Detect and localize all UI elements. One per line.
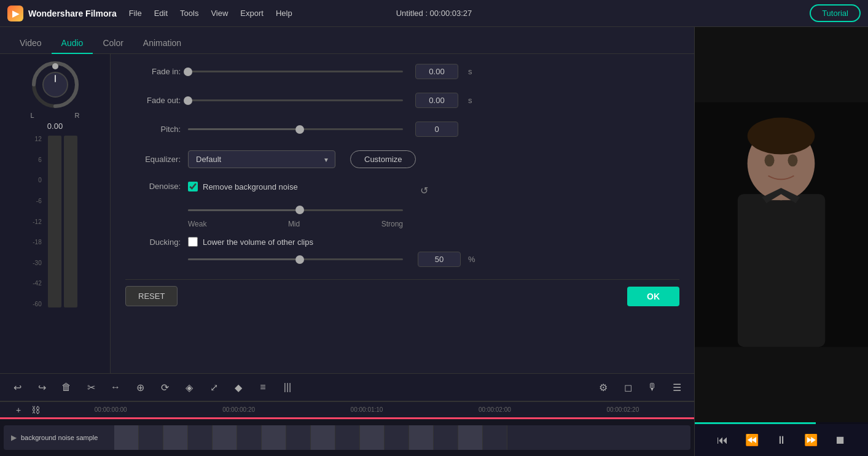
link-button[interactable]: ⛓ xyxy=(28,403,43,417)
audio-button[interactable]: ||| xyxy=(278,377,297,397)
fade-in-unit: s xyxy=(468,67,472,76)
menu-view[interactable]: View xyxy=(211,6,228,20)
playback-controls: ⏮ ⏪ ⏸ ⏩ ⏹ xyxy=(695,424,868,456)
mic-icon[interactable]: 🎙 xyxy=(643,377,662,397)
diamond-button[interactable]: ◆ xyxy=(229,377,248,397)
tutorial-button[interactable]: Tutorial xyxy=(810,4,861,22)
thumb-1 xyxy=(114,425,139,450)
pitch-value[interactable] xyxy=(415,122,458,137)
ducking-value[interactable] xyxy=(418,252,461,267)
menu-file[interactable]: File xyxy=(129,6,142,20)
ducking-checkbox[interactable] xyxy=(188,237,198,247)
timeline-ruler: + ⛓ 00:00:00:00 00:00:00:20 00:00:01:10 … xyxy=(0,401,694,417)
tab-video[interactable]: Video xyxy=(10,33,52,54)
add-track-button[interactable]: + xyxy=(11,403,26,417)
timestamp-1: 00:00:00:20 xyxy=(174,406,302,413)
video-frame xyxy=(695,27,868,422)
thumb-12 xyxy=(385,425,409,450)
step-back-button[interactable]: ⏪ xyxy=(742,430,762,450)
toolbar: ↩ ↪ 🗑 ✂ ↔ ⊕ ⟳ ◈ ⤢ ◆ ≡ ||| ⚙ ◻ 🎙 ☰ xyxy=(0,373,694,401)
fade-out-value[interactable] xyxy=(415,93,458,108)
shield-icon[interactable]: ◻ xyxy=(618,377,638,397)
thumb-14 xyxy=(434,425,458,450)
denoise-strong: Strong xyxy=(381,220,403,228)
equalizer-select-wrapper[interactable]: Default xyxy=(188,150,335,168)
redo-button[interactable]: ↪ xyxy=(32,377,52,397)
timestamp-3: 00:00:02:00 xyxy=(431,406,558,413)
volume-knob[interactable] xyxy=(31,60,80,109)
reset-button[interactable]: RESET xyxy=(125,286,178,306)
panel-body: L R 0.00 12 6 0 -6 -12 -18 -30 -42 xyxy=(0,54,694,373)
thumb-9 xyxy=(311,425,335,450)
play-indicator: ▶ xyxy=(9,425,18,450)
audio-settings-panel: Fade in: s Fade out: xyxy=(111,54,694,373)
customize-button[interactable]: Customize xyxy=(350,150,416,168)
stop-button[interactable]: ⏹ xyxy=(831,430,850,450)
top-menu-bar: ▶ Wondershare Filmora File Edit Tools Vi… xyxy=(0,0,868,27)
knob-labels: L R xyxy=(31,112,80,119)
denoise-checkbox[interactable] xyxy=(188,182,198,191)
menu-export[interactable]: Export xyxy=(240,6,264,20)
denoise-mid: Mid xyxy=(288,220,300,228)
list-icon[interactable]: ☰ xyxy=(667,377,687,397)
fade-out-row: Fade out: s xyxy=(125,93,679,108)
timeline-track-area[interactable]: ▶ background noise sample xyxy=(0,419,694,456)
tab-color[interactable]: Color xyxy=(93,33,133,54)
timestamp-0: 00:00:00:00 xyxy=(47,406,174,413)
thumb-13 xyxy=(409,425,434,450)
fade-in-label: Fade in: xyxy=(125,67,181,76)
meter-bar-group xyxy=(48,136,77,307)
delete-button[interactable]: 🗑 xyxy=(57,377,76,397)
tabs-bar: Video Audio Color Animation xyxy=(0,27,694,54)
tab-audio[interactable]: Audio xyxy=(52,33,93,54)
volume-knob-container xyxy=(31,60,80,109)
thumb-6 xyxy=(237,425,262,450)
thumb-7 xyxy=(262,425,286,450)
fade-out-slider-container[interactable] xyxy=(188,95,403,107)
ducking-slider-container[interactable] xyxy=(188,253,403,266)
adjust-button[interactable]: ≡ xyxy=(253,377,273,397)
equalizer-select[interactable]: Default xyxy=(188,150,335,168)
fade-out-label: Fade out: xyxy=(125,96,181,105)
fade-in-row: Fade in: s xyxy=(125,64,679,79)
thumb-5 xyxy=(213,425,237,450)
knob-label-r: R xyxy=(75,112,80,119)
cut-button[interactable]: ✂ xyxy=(81,377,101,397)
pitch-slider-container[interactable] xyxy=(188,123,403,136)
fade-out-unit: s xyxy=(468,96,472,105)
menu-tools[interactable]: Tools xyxy=(180,6,198,20)
audio-track[interactable]: ▶ background noise sample xyxy=(4,425,690,450)
track-label: background noise sample xyxy=(21,434,98,441)
denoise-reset-icon[interactable]: ↺ xyxy=(416,182,433,199)
denoise-checkbox-label[interactable]: Remove background noise xyxy=(188,182,298,191)
rotate-button[interactable]: ⟳ xyxy=(155,377,174,397)
expand-button[interactable]: ⤢ xyxy=(204,377,224,397)
track-thumbnails xyxy=(114,425,507,450)
knob-value: 0.00 xyxy=(47,122,63,131)
timestamp-4: 00:00:02:20 xyxy=(559,406,687,413)
ducking-slider-area: % xyxy=(188,252,679,267)
denoise-header-row: Denoise: Remove background noise ↺ xyxy=(125,182,679,199)
menu-edit[interactable]: Edit xyxy=(154,6,168,20)
crop-button[interactable]: ↔ xyxy=(106,377,125,397)
svg-point-9 xyxy=(748,118,815,155)
play-pause-button[interactable]: ⏸ xyxy=(772,430,791,450)
fade-in-slider-container[interactable] xyxy=(188,66,403,78)
ruler-marks: 00:00:00:00 00:00:00:20 00:00:01:10 00:0… xyxy=(47,406,687,413)
thumb-4 xyxy=(188,425,213,450)
project-title: Untitled : 00:00:03:27 xyxy=(396,9,472,18)
step-forward-button[interactable]: ⏩ xyxy=(801,430,821,450)
equalizer-label: Equalizer: xyxy=(125,155,181,164)
mask-button[interactable]: ◈ xyxy=(179,377,199,397)
zoom-button[interactable]: ⊕ xyxy=(130,377,150,397)
denoise-slider-container[interactable] xyxy=(188,204,403,216)
fade-in-value[interactable] xyxy=(415,64,458,79)
settings-icon[interactable]: ⚙ xyxy=(593,377,613,397)
undo-button[interactable]: ↩ xyxy=(7,377,27,397)
equalizer-row: Equalizer: Default Customize xyxy=(125,150,679,168)
rewind-button[interactable]: ⏮ xyxy=(713,430,732,450)
tab-animation[interactable]: Animation xyxy=(133,33,191,54)
ok-button[interactable]: OK xyxy=(627,287,679,306)
ducking-checkbox-label[interactable]: Lower the volume of other clips xyxy=(188,237,313,247)
menu-help[interactable]: Help xyxy=(276,6,292,20)
